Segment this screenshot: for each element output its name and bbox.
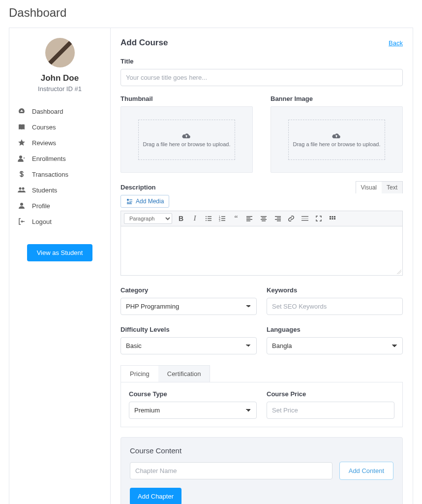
add-media-button[interactable]: Add Media: [121, 195, 169, 208]
svg-rect-34: [334, 216, 335, 218]
svg-rect-6: [208, 216, 211, 217]
media-icon: [126, 198, 133, 205]
pricing-cert-tabs: Pricing Certification: [121, 365, 210, 382]
readmore-icon[interactable]: [300, 214, 310, 223]
dropzone-text: Drag a file here or browse to upload.: [143, 141, 231, 147]
svg-rect-8: [208, 218, 211, 219]
svg-rect-14: [221, 218, 225, 219]
svg-rect-12: [221, 216, 225, 217]
course-content-heading: Course Content: [130, 446, 393, 455]
svg-point-1: [19, 188, 22, 190]
avatar: [45, 38, 75, 67]
chapter-name-input[interactable]: [130, 462, 332, 479]
description-editor[interactable]: [121, 226, 403, 276]
sidebar-item-profile[interactable]: Profile: [17, 198, 102, 214]
form-heading: Add Course: [121, 38, 168, 48]
svg-rect-27: [275, 219, 281, 220]
course-price-input[interactable]: [267, 402, 394, 419]
svg-point-2: [22, 188, 25, 190]
main-wrap: John Doe Instructor ID #1 Dashboard Cour…: [9, 28, 413, 504]
sidebar-item-label: Dashboard: [32, 108, 63, 115]
format-select[interactable]: Paragraph: [124, 213, 172, 224]
svg-rect-23: [261, 219, 267, 220]
sidebar-item-reviews[interactable]: Reviews: [17, 135, 102, 151]
svg-rect-22: [262, 218, 266, 219]
sidebar-item-label: Transactions: [32, 171, 68, 178]
thumbnail-dropzone[interactable]: Drag a file here or browse to upload.: [121, 106, 253, 173]
sidebar-item-label: Logout: [32, 218, 52, 225]
bullet-list-icon[interactable]: [204, 214, 213, 223]
signout-icon: [17, 217, 26, 226]
banner-label: Banner Image: [271, 95, 403, 102]
add-content-button[interactable]: Add Content: [339, 462, 393, 480]
thumbnail-label: Thumbnail: [121, 95, 253, 102]
svg-rect-28: [277, 220, 281, 221]
add-chapter-button[interactable]: Add Chapter: [130, 488, 181, 504]
sidebar-item-enrollments[interactable]: Enrollments: [17, 151, 102, 166]
difficulty-label: Difficulty Levels: [121, 326, 257, 333]
pricing-panel: Course Type Premium Course Price: [121, 382, 403, 427]
keywords-label: Keywords: [267, 286, 403, 294]
svg-point-3: [20, 203, 23, 206]
svg-rect-36: [332, 218, 333, 220]
editor-mode-tabs: Visual Text: [356, 181, 403, 193]
svg-point-7: [206, 218, 207, 219]
sidebar-item-label: Enrollments: [32, 155, 66, 162]
sidebar-item-logout[interactable]: Logout: [17, 214, 102, 229]
title-label: Title: [121, 58, 403, 65]
users-icon: [17, 186, 26, 194]
sidebar-item-students[interactable]: Students: [17, 182, 102, 198]
course-content-box: Course Content Add Content Add Chapter: [121, 437, 403, 504]
italic-icon[interactable]: I: [190, 214, 200, 223]
sidebar-item-courses[interactable]: Courses: [17, 119, 102, 135]
svg-rect-25: [275, 216, 281, 217]
svg-rect-18: [246, 218, 250, 219]
course-type-label: Course Type: [129, 390, 257, 398]
sidebar-nav: Dashboard Courses Reviews Enrollments Tr…: [9, 103, 110, 229]
svg-rect-33: [332, 216, 333, 218]
svg-rect-29: [301, 216, 308, 217]
svg-point-4: [127, 199, 129, 201]
align-left-icon[interactable]: [245, 214, 255, 223]
course-type-select[interactable]: Premium: [129, 402, 257, 419]
keywords-input[interactable]: [267, 298, 403, 315]
toolbar-toggle-icon[interactable]: [328, 214, 337, 223]
tab-pricing[interactable]: Pricing: [121, 366, 158, 382]
add-media-label: Add Media: [136, 198, 164, 205]
svg-point-9: [206, 220, 207, 221]
dropzone-inner: Drag a file here or browse to upload.: [138, 120, 236, 160]
gauge-icon: [17, 107, 26, 116]
svg-rect-21: [261, 216, 267, 217]
title-input[interactable]: [121, 69, 403, 86]
fullscreen-icon[interactable]: [314, 214, 324, 223]
ordered-list-icon[interactable]: 123: [217, 214, 227, 223]
languages-select[interactable]: Bangla: [267, 337, 403, 354]
category-select[interactable]: PHP Programming: [121, 298, 257, 315]
category-label: Category: [121, 286, 257, 294]
quote-icon[interactable]: “: [231, 214, 241, 223]
dropzone-inner: Drag a file here or browse to upload.: [288, 120, 386, 160]
banner-dropzone[interactable]: Drag a file here or browse to upload.: [271, 106, 403, 173]
view-as-student-button[interactable]: View as Student: [27, 244, 93, 261]
svg-rect-31: [301, 220, 308, 220]
sidebar-item-transactions[interactable]: Transactions: [17, 166, 102, 182]
svg-rect-26: [277, 218, 281, 219]
back-link[interactable]: Back: [389, 39, 403, 47]
link-icon[interactable]: [286, 214, 296, 223]
svg-rect-16: [221, 220, 225, 220]
editor-tab-visual[interactable]: Visual: [356, 182, 382, 193]
align-right-icon[interactable]: [272, 214, 282, 223]
difficulty-select[interactable]: Basic: [121, 337, 257, 354]
cloud-upload-icon: [332, 132, 341, 139]
svg-rect-37: [334, 218, 335, 220]
editor-tab-text[interactable]: Text: [382, 182, 402, 193]
languages-label: Languages: [267, 326, 403, 333]
sidebar-item-label: Students: [32, 187, 57, 194]
svg-rect-17: [246, 216, 252, 217]
sidebar-item-label: Reviews: [32, 139, 56, 147]
bold-icon[interactable]: B: [176, 214, 186, 223]
sidebar-item-dashboard[interactable]: Dashboard: [17, 103, 102, 119]
tab-certification[interactable]: Certification: [158, 366, 210, 382]
align-center-icon[interactable]: [259, 214, 269, 223]
svg-text:3: 3: [219, 219, 220, 222]
